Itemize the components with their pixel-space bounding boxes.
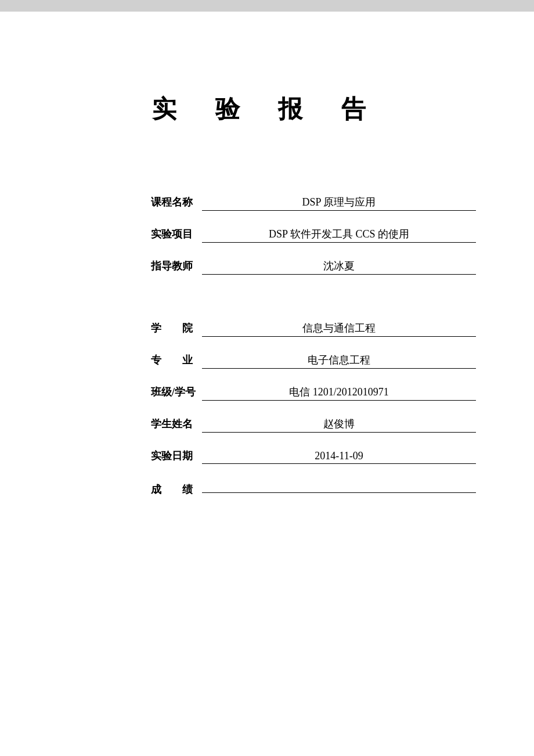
student-name-value: 赵俊博 <box>202 417 476 433</box>
major-value-container: 电子信息工程 <box>202 353 476 369</box>
class-id-value-container: 电信 1201/2012010971 <box>202 385 476 401</box>
experiment-date-value-container: 2014-11-09 <box>202 450 476 464</box>
major-value: 电子信息工程 <box>202 353 476 369</box>
student-name-row: 学生姓名 赵俊博 <box>151 417 476 433</box>
school-value-container: 信息与通信工程 <box>202 321 476 337</box>
class-id-value: 电信 1201/2012010971 <box>202 385 476 401</box>
document-page: 实 验 报 告 课程名称 DSP 原理与应用 实验项目 DSP 软件开发工具 C… <box>0 12 534 756</box>
score-label: 成 绩 <box>151 483 197 496</box>
school-value: 信息与通信工程 <box>202 321 476 337</box>
score-value <box>202 480 476 493</box>
student-name-label: 学生姓名 <box>151 417 197 431</box>
experiment-item-value-container: DSP 软件开发工具 CCS 的使用 <box>202 227 476 243</box>
experiment-date-label: 实验日期 <box>151 449 197 463</box>
top-info-section: 课程名称 DSP 原理与应用 实验项目 DSP 软件开发工具 CCS 的使用 指… <box>151 195 476 275</box>
title-section: 实 验 报 告 <box>58 93 476 125</box>
class-id-label: 班级/学号 <box>151 385 197 399</box>
school-row: 学 院 信息与通信工程 <box>151 321 476 337</box>
experiment-item-label: 实验项目 <box>151 227 197 241</box>
major-row: 专 业 电子信息工程 <box>151 353 476 369</box>
teacher-value: 沈冰夏 <box>202 259 476 275</box>
experiment-date-row: 实验日期 2014-11-09 <box>151 449 476 464</box>
experiment-item-value: DSP 软件开发工具 CCS 的使用 <box>202 227 476 243</box>
teacher-row: 指导教师 沈冰夏 <box>151 259 476 275</box>
course-name-row: 课程名称 DSP 原理与应用 <box>151 195 476 211</box>
class-id-row: 班级/学号 电信 1201/2012010971 <box>151 385 476 401</box>
experiment-item-row: 实验项目 DSP 软件开发工具 CCS 的使用 <box>151 227 476 243</box>
course-name-value: DSP 原理与应用 <box>202 195 476 211</box>
major-label: 专 业 <box>151 353 197 367</box>
course-name-value-container: DSP 原理与应用 <box>202 195 476 211</box>
teacher-label: 指导教师 <box>151 259 197 273</box>
experiment-date-value: 2014-11-09 <box>202 450 476 464</box>
main-title: 实 验 报 告 <box>58 93 476 125</box>
student-name-value-container: 赵俊博 <box>202 417 476 433</box>
score-row: 成 绩 <box>151 480 476 496</box>
bottom-info-section: 学 院 信息与通信工程 专 业 电子信息工程 班级/学号 电信 1201/201… <box>151 321 476 496</box>
score-value-container <box>202 480 476 493</box>
teacher-value-container: 沈冰夏 <box>202 259 476 275</box>
course-name-label: 课程名称 <box>151 195 197 209</box>
school-label: 学 院 <box>151 321 197 335</box>
